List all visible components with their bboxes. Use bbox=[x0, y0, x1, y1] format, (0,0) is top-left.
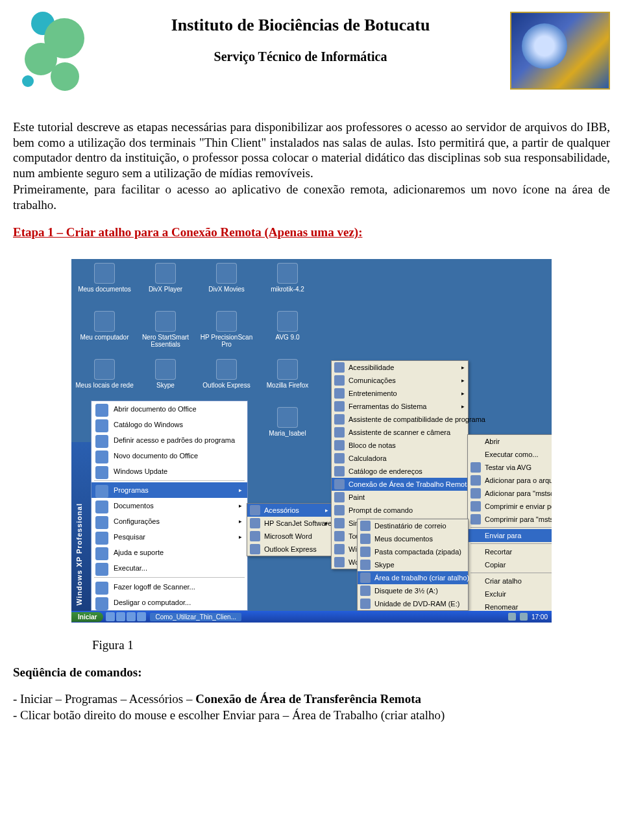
start-item[interactable]: Novo documento do Office bbox=[92, 448, 247, 463]
step-1-heading: Etapa 1 – Criar atalho para a Conexão Re… bbox=[13, 225, 610, 240]
sendto-item[interactable]: Skype bbox=[358, 558, 468, 571]
menu-item[interactable]: Assistente de compatibilidade de program… bbox=[332, 413, 468, 426]
start-item[interactable]: Executar... bbox=[92, 560, 247, 576]
desktop-icon[interactable]: Meus locais de rede bbox=[75, 359, 134, 404]
start-item-shutdown[interactable]: Desligar o computador... bbox=[92, 595, 247, 610]
menu-item[interactable]: Ferramentas do Sistema bbox=[332, 400, 468, 413]
sendto-item[interactable]: Pasta compactada (zipada) bbox=[358, 545, 468, 558]
start-item[interactable]: Catálogo do Windows bbox=[92, 417, 247, 432]
start-item-programas[interactable]: Programas bbox=[92, 482, 247, 498]
desktop-icon[interactable]: DivX Player bbox=[136, 263, 195, 308]
menu-item[interactable]: Outlook Express bbox=[247, 543, 332, 556]
page-title: Instituto de Biociências de Botucatu bbox=[91, 16, 510, 35]
start-item[interactable]: Definir acesso e padrões do programa bbox=[92, 432, 247, 448]
ctx-criar-atalho[interactable]: Criar atalho bbox=[468, 574, 552, 587]
system-tray[interactable]: 17:00 bbox=[504, 613, 552, 621]
start-item[interactable]: Configurações bbox=[92, 513, 247, 529]
start-item[interactable]: Ajuda e suporte bbox=[92, 545, 247, 560]
start-item-logoff[interactable]: Fazer logoff de Scanner... bbox=[92, 579, 247, 595]
ctx-run-as[interactable]: Executar como... bbox=[468, 448, 552, 461]
start-menu[interactable]: Abrir documento do Office Catálogo do Wi… bbox=[91, 401, 248, 611]
ctx-copiar[interactable]: Copiar bbox=[468, 558, 552, 571]
menu-item[interactable]: HP ScanJet Software bbox=[247, 517, 332, 530]
start-button[interactable]: Iniciar bbox=[71, 612, 103, 622]
context-menu[interactable]: Abrir Executar como... Testar via AVG Ad… bbox=[467, 434, 552, 623]
figure-1-screenshot: Meus documentos DivX Player DivX Movies … bbox=[71, 259, 552, 623]
start-os-label: Windows XP Professional bbox=[75, 503, 83, 606]
tray-icon[interactable] bbox=[508, 613, 516, 621]
sequence-heading: Seqüência de comandos: bbox=[13, 665, 610, 680]
intro-text: Este tutorial descreve as etapas necessá… bbox=[13, 119, 610, 212]
desktop-icon[interactable]: Maria_Isabel bbox=[258, 407, 317, 452]
ctx-avg[interactable]: Testar via AVG bbox=[468, 461, 552, 474]
taskbar-task[interactable]: Como_Utilizar_Thin_Clien... bbox=[150, 613, 241, 621]
ctx-recortar[interactable]: Recortar bbox=[468, 545, 552, 558]
start-menu-band: Windows XP Professional bbox=[71, 442, 91, 611]
menu-item[interactable]: Calculadora bbox=[332, 452, 468, 465]
ctx-open[interactable]: Abrir bbox=[468, 435, 552, 448]
sendto-item[interactable]: Disquete de 3½ (A:) bbox=[358, 584, 468, 597]
desktop-icon[interactable]: Outlook Express bbox=[197, 359, 256, 404]
cmd-line-1b: Conexão de Área de Transferência Remota bbox=[195, 692, 421, 706]
tray-icon[interactable] bbox=[520, 613, 528, 621]
desktop-icon[interactable]: Mozilla Firefox bbox=[258, 359, 317, 404]
menu-item[interactable]: Entretenimento bbox=[332, 387, 468, 400]
ctx-compress-mail[interactable]: Comprimir e enviar por e-mail... bbox=[468, 500, 552, 513]
desktop-icon[interactable]: Skype bbox=[136, 359, 195, 404]
cmd-line-1a: - Iniciar – Programas – Acessórios – bbox=[13, 692, 195, 706]
sendto-submenu[interactable]: Destinatário de correio Meus documentos … bbox=[357, 519, 469, 611]
tray-clock: 17:00 bbox=[531, 613, 548, 621]
desktop-icon[interactable]: Meu computador bbox=[75, 311, 134, 356]
institution-logo-right bbox=[510, 12, 610, 90]
menu-item-conexao-remota[interactable]: Conexão de Área de Trabalho Remota bbox=[332, 478, 468, 491]
menu-item[interactable]: Prompt de comando bbox=[332, 504, 468, 517]
menu-item[interactable]: Microsoft Word bbox=[247, 530, 332, 543]
desktop-icon[interactable]: AVG 9.0 bbox=[258, 311, 317, 356]
menu-item[interactable]: Comunicações bbox=[332, 374, 468, 387]
taskbar[interactable]: Iniciar Como_Utilizar_Thin_Clien... 17:0… bbox=[71, 611, 552, 623]
desktop-icon[interactable]: HP PrecisionScan Pro bbox=[197, 311, 256, 356]
ctx-enviar-para[interactable]: Enviar para bbox=[468, 529, 552, 542]
start-item[interactable]: Pesquisar bbox=[92, 529, 247, 545]
ctx-compress-rar-mail[interactable]: Comprimir para "mstsc.rar" e enviar por … bbox=[468, 513, 552, 526]
figure-1-caption: Figura 1 bbox=[92, 638, 610, 652]
menu-item[interactable]: Acessibilidade bbox=[332, 361, 468, 374]
ctx-add-rar[interactable]: Adicionar para "mstsc.rar" bbox=[468, 487, 552, 500]
command-sequence: - Iniciar – Programas – Acessórios – Con… bbox=[13, 691, 610, 723]
desktop-icon[interactable]: mikrotik-4.2 bbox=[258, 263, 317, 308]
ctx-add-archive[interactable]: Adicionar para o arquivo... bbox=[468, 474, 552, 487]
start-item[interactable]: Windows Update bbox=[92, 463, 247, 479]
start-item[interactable]: Documentos bbox=[92, 498, 247, 513]
paragraph-2: Primeiramente, para facilitar o acesso a… bbox=[13, 182, 610, 212]
start-item[interactable]: Abrir documento do Office bbox=[92, 401, 247, 417]
menu-item[interactable]: Assistente de scanner e câmera bbox=[332, 426, 468, 439]
ctx-excluir[interactable]: Excluir bbox=[468, 587, 552, 600]
sendto-item[interactable]: Destinatário de correio bbox=[358, 519, 468, 532]
desktop-icon[interactable]: Meus documentos bbox=[75, 263, 134, 308]
sendto-item[interactable]: Meus documentos bbox=[358, 532, 468, 545]
programs-submenu[interactable]: Acessórios HP ScanJet Software Microsoft… bbox=[247, 503, 332, 556]
desktop-icon[interactable]: DivX Movies bbox=[197, 263, 256, 308]
menu-item[interactable]: Paint bbox=[332, 491, 468, 504]
page-header: Instituto de Biociências de Botucatu Ser… bbox=[13, 12, 610, 90]
menu-item[interactable]: Bloco de notas bbox=[332, 439, 468, 452]
paragraph-1: Este tutorial descreve as etapas necessá… bbox=[13, 119, 610, 180]
sendto-area-trabalho[interactable]: Área de trabalho (criar atalho) bbox=[358, 571, 468, 584]
sendto-item[interactable]: Unidade de DVD-RAM (E:) bbox=[358, 597, 468, 610]
menu-item-acessorios[interactable]: Acessórios bbox=[247, 504, 332, 517]
quick-launch[interactable] bbox=[106, 612, 146, 621]
cmd-line-2: - Clicar botão direito do mouse e escolh… bbox=[13, 708, 610, 723]
institution-logo-left bbox=[13, 12, 91, 90]
page-subtitle: Serviço Técnico de Informática bbox=[91, 49, 510, 64]
desktop-icon[interactable]: Nero StartSmart Essentials bbox=[136, 311, 195, 356]
menu-item[interactable]: Catálogo de endereços bbox=[332, 465, 468, 478]
